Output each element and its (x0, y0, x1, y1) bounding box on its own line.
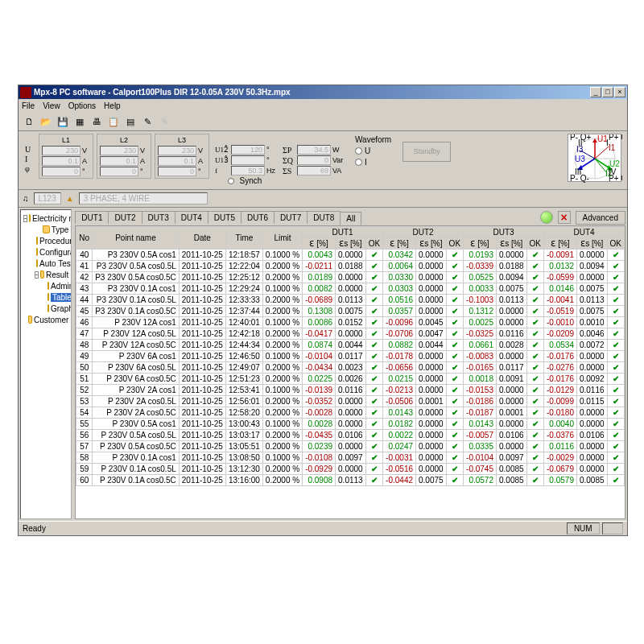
tab-DUT7[interactable]: DUT7 (274, 211, 308, 224)
expand-icon[interactable]: - (23, 215, 27, 222)
minimize-button[interactable]: _ (590, 87, 601, 97)
menu-view[interactable]: View (43, 101, 60, 110)
tree-item[interactable]: -Electricity meter (23, 213, 68, 224)
table-row[interactable]: 51P 230V 6A cos0.5C2011-10-2512:51:230.2… (76, 374, 625, 385)
tool-open-icon[interactable]: 📂 (39, 114, 53, 129)
sub-header[interactable]: OK (526, 238, 543, 250)
sub-header[interactable]: OK (446, 238, 463, 250)
sub-header[interactable]: Ɛs [%] (416, 238, 447, 250)
dut-header[interactable]: DUT4 (544, 227, 625, 238)
table-row[interactable]: 50P 230V 6A cos0.5L2011-10-2512:49:070.2… (76, 362, 625, 374)
tree-item[interactable]: Customer (23, 314, 68, 325)
menu-file[interactable]: File (22, 101, 35, 110)
tool-copy-icon[interactable]: 📋 (106, 114, 121, 129)
tool-save-icon[interactable]: 💾 (56, 114, 70, 129)
table-row[interactable]: 45P3 230V 0.1A cos0.5C2011-10-2512:37:44… (76, 306, 625, 317)
tool-export-icon[interactable]: ▦ (72, 114, 87, 129)
table-row[interactable]: 47P 230V 12A cos0.5L2011-10-2512:42:180.… (76, 328, 625, 340)
table-row[interactable]: 58P 230V 0.1A cos12011-10-2513:08:500.10… (76, 452, 625, 464)
table-row[interactable]: 49P 230V 6A cos12011-10-2512:46:500.1000… (76, 351, 625, 362)
waveform-I-radio[interactable]: I (355, 158, 391, 167)
advanced-button[interactable]: Advanced (576, 211, 625, 225)
table-row[interactable]: 53P 230V 2A cos0.5L2011-10-2512:56:010.2… (76, 396, 625, 407)
tool-new-icon[interactable]: 🗋 (22, 114, 36, 129)
table-row[interactable]: 56P 230V 0.5A cos0.5L2011-10-2513:03:170… (76, 430, 625, 441)
table-row[interactable]: 44P3 230V 0.1A cos0.5L2011-10-2512:33:33… (76, 295, 625, 306)
table-row[interactable]: 54P 230V 2A cos0.5C2011-10-2512:58:200.2… (76, 407, 625, 419)
folder-icon (36, 237, 38, 245)
tab-DUT5[interactable]: DUT5 (208, 211, 242, 224)
tree-item[interactable]: Type (35, 224, 68, 235)
dut-header[interactable]: DUT1 (303, 227, 383, 238)
tab-DUT8[interactable]: DUT8 (307, 211, 341, 224)
waveform-U-radio[interactable]: U (355, 147, 391, 155)
sub-header[interactable]: Ɛ [%] (544, 238, 577, 250)
sub-header[interactable]: OK (365, 238, 382, 250)
tree-item[interactable]: Graphic (46, 303, 68, 314)
expand-icon[interactable]: - (35, 271, 39, 279)
synch-label[interactable]: Synch (239, 176, 262, 185)
tree-label: Configuration (39, 248, 72, 257)
tab-DUT4[interactable]: DUT4 (175, 211, 208, 224)
results-grid[interactable]: NoPoint nameDateTimeLimitDUT1DUT2DUT3DUT… (75, 225, 625, 519)
tree-item[interactable]: Table (46, 291, 68, 303)
nav-tree[interactable]: -Electricity meterTypeProcedureConfigura… (20, 209, 72, 519)
col-header[interactable]: Time (225, 227, 262, 250)
menu-help[interactable]: Help (104, 101, 121, 110)
maximize-button[interactable]: □ (602, 87, 613, 97)
toolbar: 🗋 📂 💾 ▦ 🖶 📋 ▤ ✎ ✎ (19, 113, 627, 131)
menu-options[interactable]: Options (68, 101, 96, 110)
sub-header[interactable]: Ɛ [%] (464, 238, 497, 250)
sub-header[interactable]: Ɛs [%] (336, 238, 366, 250)
tool-plug-icon[interactable]: ✎ (140, 114, 155, 129)
tool-wand-icon[interactable]: ✎ (157, 114, 171, 129)
table-row[interactable]: 60P 230V 0.1A cos0.5C2011-10-2513:16:000… (76, 475, 625, 486)
tree-item[interactable]: Auto Test (35, 258, 68, 269)
window-title: Mpx-8 PC software - Calport100Plus DIR 1… (34, 88, 590, 97)
col-header[interactable]: No (76, 227, 93, 250)
sub-header[interactable]: Ɛs [%] (496, 238, 526, 250)
tree-item[interactable]: Admin (46, 280, 68, 291)
readouts-panel: U I φ L1 230V 0.1A 0° L2 230V 0.1A 0° L3… (19, 131, 627, 190)
table-row[interactable]: 40P3 230V 0.5A cos12011-10-2512:18:570.1… (76, 250, 625, 261)
status-num: NUM (567, 522, 600, 535)
table-row[interactable]: 42P3 230V 0.5A cos0.5C2011-10-2512:25:12… (76, 272, 625, 283)
table-row[interactable]: 46P 230V 12A cos12011-10-2512:40:010.100… (76, 317, 625, 328)
sub-header[interactable]: OK (607, 238, 624, 250)
statusbar: Ready NUM (19, 521, 627, 535)
f-val: 50.3 (231, 166, 265, 175)
L-status: L123 (34, 192, 61, 204)
sub-header[interactable]: Ɛ [%] (383, 238, 416, 250)
table-row[interactable]: 48P 230V 12A cos0.5C2011-10-2512:44:340.… (76, 340, 625, 351)
tree-item[interactable]: -Result (35, 269, 68, 280)
sub-header[interactable]: Ɛs [%] (576, 238, 607, 250)
run-icon[interactable] (540, 211, 553, 224)
table-row[interactable]: 52P 230V 2A cos12011-10-2512:53:410.1000… (76, 385, 625, 396)
tree-item[interactable]: Procedure (35, 235, 68, 246)
status-row: ♫ L123 ▲ 3 PHASE, 4 WIRE (19, 190, 627, 208)
tab-pane: DUT1DUT2DUT3DUT4DUT5DUT6DUT7DUT8All × Ad… (75, 209, 625, 519)
tab-DUT6[interactable]: DUT6 (241, 211, 275, 224)
table-row[interactable]: 59P 230V 0.1A cos0.5L2011-10-2513:12:300… (76, 464, 625, 475)
col-header[interactable]: Point name (93, 227, 180, 250)
tool-doc-icon[interactable]: ▤ (123, 114, 138, 129)
table-row[interactable]: 55P 230V 0.5A cos12011-10-2513:00:430.10… (76, 419, 625, 430)
tab-DUT2[interactable]: DUT2 (108, 211, 142, 224)
table-row[interactable]: 43P3 230V 0.1A cos12011-10-2512:29:240.1… (76, 283, 625, 295)
tab-DUT3[interactable]: DUT3 (142, 211, 175, 224)
col-header[interactable]: Limit (262, 227, 302, 250)
table-row[interactable]: 41P3 230V 0.5A cos0.5L2011-10-2512:22:04… (76, 261, 625, 272)
col-header[interactable]: Date (179, 227, 225, 250)
delete-icon[interactable]: × (558, 211, 571, 224)
sub-header[interactable]: Ɛ [%] (303, 238, 336, 250)
tree-item[interactable]: Configuration (35, 246, 68, 258)
close-button[interactable]: × (614, 87, 625, 97)
L3-I: 0.1 (158, 156, 196, 166)
tool-print-icon[interactable]: 🖶 (89, 114, 104, 129)
tab-All[interactable]: All (340, 212, 361, 225)
tab-DUT1[interactable]: DUT1 (75, 211, 109, 224)
table-row[interactable]: 57P 230V 0.5A cos0.5C2011-10-2513:05:510… (76, 441, 625, 452)
dut-header[interactable]: DUT3 (464, 227, 544, 238)
dut-header[interactable]: DUT2 (383, 227, 464, 238)
standby-button[interactable]: Standby (402, 142, 451, 162)
